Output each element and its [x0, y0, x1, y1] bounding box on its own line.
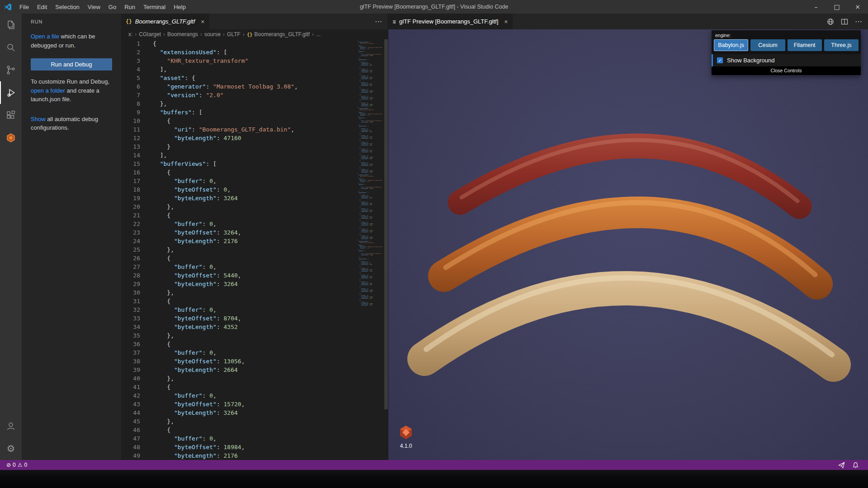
code-line: 16 {	[121, 168, 388, 177]
line-number: 31	[121, 297, 140, 305]
code-line: 8 },	[121, 99, 388, 108]
more-actions-icon[interactable]: ⋯	[855, 17, 863, 26]
breadcrumb-item[interactable]: {}Boomerangs_GLTF.gltf	[247, 31, 310, 38]
menu-view[interactable]: View	[84, 4, 104, 10]
notifications-bell-icon[interactable]	[852, 462, 859, 469]
editor-group-code: {} Boomerangs_GLTF.gltf × ⋯ x:›CGtarget›…	[121, 14, 388, 460]
run-and-debug-button[interactable]: Run and Debug	[31, 58, 112, 70]
line-number: 3	[121, 56, 140, 65]
menu-file[interactable]: File	[15, 4, 33, 10]
maximize-button[interactable]: □	[826, 0, 847, 14]
scrollbar-thumb[interactable]	[384, 39, 388, 409]
more-actions-icon[interactable]: ⋯	[375, 17, 382, 26]
code-line: 24 "byteLength": 2176	[121, 237, 388, 245]
tab-gltf-preview[interactable]: ≡ glTF Preview [Boomerangs_GLTF.gltf] ×	[388, 14, 513, 29]
code-line: 19 "byteLength": 3264	[121, 194, 388, 202]
code-line: 26 {	[121, 254, 388, 263]
line-number: 46	[121, 426, 140, 434]
settings-button[interactable]: ⚙	[0, 437, 22, 460]
breadcrumb-item[interactable]: GLTF	[227, 31, 241, 38]
code-line: 35 },	[121, 331, 388, 340]
engine-button-filament[interactable]: Filament	[788, 39, 822, 51]
code-editor[interactable]: 1{2 "extensionsUsed": [3 "KHR_texture_tr…	[121, 39, 388, 460]
close-tab-icon[interactable]: ×	[504, 18, 508, 25]
vscode-logo-icon	[0, 3, 15, 11]
engine-button-threejs[interactable]: Three.js	[824, 39, 859, 51]
engine-button-babylonjs[interactable]: Babylon.js	[714, 39, 748, 51]
menu-terminal[interactable]: Terminal	[139, 4, 170, 10]
split-editor-icon[interactable]	[841, 18, 848, 25]
run-help-text-1: Open a file which can be debugged or run…	[22, 30, 121, 52]
extensions-icon	[5, 110, 16, 121]
sidebar-item-run-and-debug[interactable]	[0, 81, 22, 104]
show-background-row[interactable]: ✓ Show Background	[712, 54, 861, 66]
breadcrumb-item[interactable]: sourse	[204, 31, 221, 38]
code-line: 45 },	[121, 417, 388, 426]
breadcrumb-item[interactable]: x:	[128, 31, 132, 38]
code-line: 32 "buffer": 0,	[121, 305, 388, 314]
feedback-icon[interactable]	[838, 462, 845, 469]
engine-button-cesium[interactable]: Cesium	[750, 39, 785, 51]
code-line: 22 "buffer": 0,	[121, 220, 388, 228]
code-line: 7 "version": "2.0"	[121, 91, 388, 99]
preview-tab-bar: ≡ glTF Preview [Boomerangs_GLTF.gltf] × …	[388, 14, 868, 29]
run-help-text-3: Show all automatic debug configurations.	[22, 113, 121, 135]
editor-scrollbar[interactable]	[384, 39, 388, 460]
run-help-text-2-pre: To customize Run and Debug,	[31, 78, 109, 85]
code-line: 20 },	[121, 202, 388, 211]
window-title: glTF Preview [Boomerangs_GLTF.gltf] - Vi…	[360, 4, 508, 10]
accounts-button[interactable]	[0, 415, 22, 437]
menu-help[interactable]: Help	[170, 4, 190, 10]
sidebar-item-source-control[interactable]	[0, 59, 22, 81]
problems-indicator[interactable]: ⊘ 0 ⚠ 0	[5, 462, 29, 468]
minimap[interactable]: { "extensionsUsed": [ "KHR_texture_trans…	[357, 40, 384, 316]
code-line: 2 "extensionsUsed": [	[121, 48, 388, 56]
line-number: 14	[121, 151, 140, 160]
line-number: 37	[121, 348, 140, 357]
line-number: 45	[121, 417, 140, 426]
sidebar-item-explorer[interactable]	[0, 14, 22, 36]
breadcrumb: x:›CGtarget›Boomerangs›sourse›GLTF›{}Boo…	[121, 29, 388, 39]
open-a-file-link[interactable]: Open a file	[31, 33, 59, 40]
show-configurations-link[interactable]: Show	[31, 116, 46, 122]
breadcrumb-item[interactable]: Boomerangs	[167, 31, 198, 38]
json-file-icon: {}	[126, 19, 132, 25]
sidebar-item-search[interactable]	[0, 36, 22, 59]
menu-selection[interactable]: Selection	[51, 4, 83, 10]
show-background-checkbox[interactable]: ✓	[717, 57, 723, 63]
sidebar-item-gltf-tools[interactable]	[0, 127, 22, 149]
code-line: 29 "byteLength": 3264	[121, 280, 388, 288]
gltf-preview-pane: engine: Babylon.jsCesiumFilamentThree.js…	[388, 29, 868, 460]
code-line: 12 "byteLength": 47160	[121, 134, 388, 142]
code-line: 21 {	[121, 211, 388, 220]
breadcrumb-item[interactable]: ...	[316, 31, 321, 38]
code-line: 17 "buffer": 0,	[121, 177, 388, 185]
breadcrumb-item[interactable]: CGtarget	[139, 31, 161, 38]
line-number: 27	[121, 263, 140, 271]
search-icon	[5, 42, 16, 53]
code-line: 40 },	[121, 374, 388, 383]
activity-bar: ⚙	[0, 14, 22, 460]
warning-count: 0	[24, 462, 28, 468]
tab-label: Boomerangs_GLTF.gltf	[135, 18, 195, 25]
babylon-badge[interactable]: 4.1.0	[397, 425, 415, 449]
tab-boomerangs-gltf[interactable]: {} Boomerangs_GLTF.gltf ×	[121, 14, 209, 29]
line-number: 9	[121, 108, 140, 117]
sidebar-title: RUN	[22, 14, 121, 30]
close-window-button[interactable]: ×	[847, 0, 868, 14]
gltf-3d-viewport[interactable]	[388, 29, 868, 460]
status-bar: ⊘ 0 ⚠ 0	[0, 460, 868, 470]
sidebar-item-extensions[interactable]	[0, 104, 22, 127]
minimize-button[interactable]: –	[806, 0, 826, 14]
globe-icon[interactable]	[827, 18, 834, 25]
editor-group-preview: ≡ glTF Preview [Boomerangs_GLTF.gltf] × …	[388, 14, 868, 460]
open-a-folder-link[interactable]: open a folder	[31, 87, 65, 94]
menu-go[interactable]: Go	[104, 4, 120, 10]
close-controls-button[interactable]: Close Controls	[712, 66, 861, 75]
menu-edit[interactable]: Edit	[33, 4, 51, 10]
code-line: 25 },	[121, 245, 388, 254]
close-tab-icon[interactable]: ×	[201, 18, 204, 25]
window-controls: – □ ×	[806, 0, 868, 14]
menu-run[interactable]: Run	[120, 4, 139, 10]
minimap-line: "byteLength": 2176	[357, 305, 384, 306]
